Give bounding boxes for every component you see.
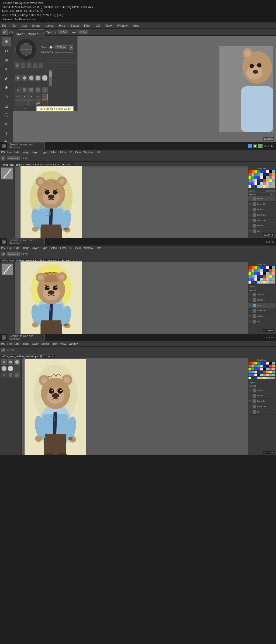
swatch-28[interactable] [251,371,254,373]
tool4-brush[interactable]: 🖌 [1,348,5,352]
brush-preset-16[interactable] [15,100,21,106]
mode2-dropdown[interactable]: Normal ▾ [7,156,20,160]
opacity-value[interactable]: 30% [58,30,68,34]
swatch-5[interactable] [263,362,266,364]
swatch-30[interactable] [257,179,260,182]
swatch-23[interactable] [263,176,266,179]
swatch-0[interactable] [249,170,251,173]
menu3-select[interactable]: Select [50,247,57,250]
brush-preset-12[interactable]: ✦ [22,94,27,100]
menu3-file[interactable]: File [7,247,12,250]
swatch-0[interactable] [249,362,251,364]
swatch-44[interactable] [272,182,275,185]
swatch-39[interactable] [257,374,260,376]
menu2-help[interactable]: Help [96,151,101,154]
swatch-23[interactable] [263,368,266,370]
swatch-22[interactable] [260,272,263,275]
taskbar-app-2[interactable]: 📁 [253,144,257,148]
brush-tool-icon-3[interactable] [27,63,32,68]
eye-icon-11[interactable]: 👁 [249,214,252,216]
swatch-18[interactable] [249,176,251,179]
swatch-38[interactable] [254,182,257,185]
swatch-6[interactable] [266,266,269,269]
text-tool[interactable]: T [2,129,11,138]
swatch-21[interactable] [257,272,260,275]
eye-icon-bck[interactable]: 👁 [249,230,252,233]
layer3-item-3[interactable]: 👁 Layer 11 [248,303,275,308]
menu-3d[interactable]: 3D [95,23,101,28]
menu-help[interactable]: Help [132,23,140,28]
swatch-26[interactable] [272,368,275,370]
brush-tool-icon-4[interactable] [33,63,37,68]
swatch-26[interactable] [272,176,275,179]
eye3-1[interactable]: 👁 [249,293,252,296]
swatch-45[interactable] [249,185,251,188]
menu-window[interactable]: Window [116,23,129,28]
menu4-view[interactable]: View [60,342,66,345]
menu4-layer[interactable]: Layer [32,342,39,345]
swatch-15[interactable] [266,173,269,176]
menu4-image[interactable]: Image [22,342,29,345]
brush-preset-14[interactable]: ≋ [35,94,41,100]
swatch-40[interactable] [260,278,263,281]
swatch-41[interactable] [263,374,266,376]
pen-tool[interactable]: ✏ [2,120,11,128]
swatch-21[interactable] [257,368,260,370]
swatch-46[interactable] [251,377,254,379]
swatch-46[interactable] [251,185,254,188]
swatch-47[interactable] [254,377,257,379]
eye-icon-shd2[interactable]: 👁 [249,224,252,227]
eye3-4[interactable]: 👁 [249,309,252,312]
swatch-50[interactable] [263,185,266,188]
swatch-31[interactable] [260,275,263,278]
swatch-24[interactable] [266,272,269,275]
swatch-1[interactable] [251,362,254,364]
bp4-2[interactable] [8,359,13,365]
swatch-18[interactable] [249,272,251,275]
swatch-43[interactable] [269,182,272,185]
swatch-11[interactable] [254,269,257,272]
swatch-41[interactable] [263,278,266,281]
menu2-window[interactable]: Window [84,151,93,154]
swatch-48[interactable] [257,185,260,188]
swatch-28[interactable] [251,275,254,278]
swatch-41[interactable] [263,182,266,185]
swatch-7[interactable] [269,266,272,269]
swatch-37[interactable] [251,374,254,376]
doc-tab-4-close[interactable]: × [51,355,53,358]
eye4-4[interactable]: 👁 [249,405,252,408]
swatch-17[interactable] [272,269,275,272]
eye4-5[interactable]: 👁 [249,411,252,413]
brush-tool-btn[interactable]: 🖌 [2,29,8,35]
swatch-18[interactable] [249,368,251,370]
swatch-39[interactable] [257,278,260,281]
menu4-filter[interactable]: Filter [51,342,57,345]
layer-item-shd1[interactable]: 👁 shd.col. [248,207,275,212]
swatch-0[interactable] [249,266,251,269]
swatch-33[interactable] [266,275,269,278]
clone-tool[interactable]: ⊕ [2,83,11,92]
swatch-32[interactable] [263,179,266,182]
swatch-35[interactable] [272,179,275,182]
dodge-tool[interactable]: ◯ [2,111,11,119]
swatch-17[interactable] [272,365,275,367]
layer-item-outline[interactable]: 👁 outline [248,196,275,202]
menu3-image[interactable]: Image [22,247,29,250]
menu4-edit[interactable]: Edit [14,342,19,345]
menu4-select[interactable]: Select [42,342,49,345]
menu2-edit[interactable]: Edit [14,151,19,154]
swatch-23[interactable] [263,272,266,275]
menu3-filter[interactable]: Filter [60,247,66,250]
swatch-42[interactable] [266,182,269,185]
swatch-51[interactable] [266,281,269,284]
bp4-1[interactable] [1,359,7,365]
eye4-2[interactable]: 👁 [249,394,252,397]
swatch-34[interactable] [269,275,272,278]
crop-tool[interactable]: ⊞ [2,56,11,64]
swatch-36[interactable] [249,182,251,185]
swatch-28[interactable] [251,179,254,182]
menu-image[interactable]: Image [31,23,42,28]
menu2-filter[interactable]: Filter [60,151,66,154]
swatch-43[interactable] [269,374,272,376]
menu3-help[interactable]: Help [96,247,101,250]
